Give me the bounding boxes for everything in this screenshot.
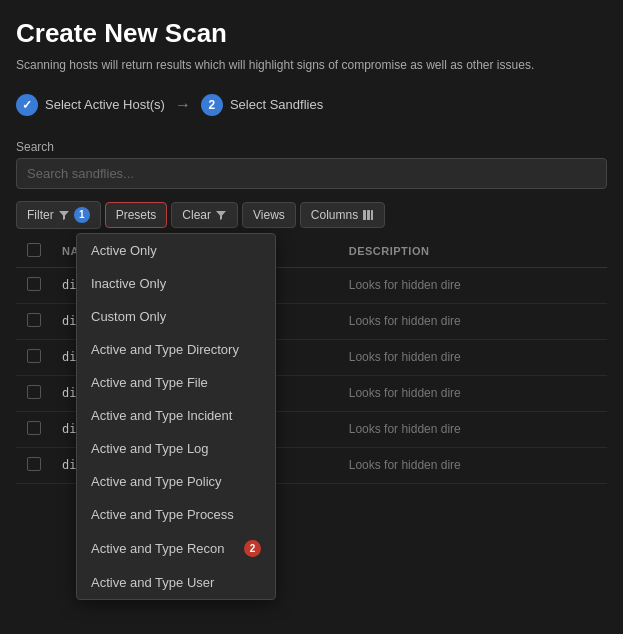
- row-checkbox[interactable]: [27, 457, 41, 471]
- page-title: Create New Scan: [16, 18, 607, 49]
- row-checkbox-cell: [16, 411, 52, 447]
- presets-button[interactable]: Presets: [105, 202, 168, 228]
- columns-button[interactable]: Columns: [300, 202, 385, 228]
- svg-rect-2: [371, 210, 373, 220]
- dropdown-item-label: Inactive Only: [91, 276, 166, 291]
- step-2-circle: 2: [201, 94, 223, 116]
- search-input[interactable]: [16, 158, 607, 189]
- presets-dropdown: Active Only Inactive Only Custom Only Ac…: [76, 233, 276, 600]
- dropdown-item-type-recon[interactable]: Active and Type Recon 2: [77, 531, 275, 566]
- step-1: ✓ Select Active Host(s): [16, 94, 165, 116]
- steps-row: ✓ Select Active Host(s) → 2 Select Sandf…: [16, 94, 607, 116]
- dropdown-item-label: Active and Type Process: [91, 507, 234, 522]
- dropdown-item-custom-only[interactable]: Custom Only: [77, 300, 275, 333]
- row-checkbox-cell: [16, 267, 52, 303]
- dropdown-item-type-process[interactable]: Active and Type Process: [77, 498, 275, 531]
- dropdown-item-type-user[interactable]: Active and Type User: [77, 566, 275, 599]
- dropdown-item-type-directory[interactable]: Active and Type Directory: [77, 333, 275, 366]
- clear-label: Clear: [182, 208, 211, 222]
- col-description: DESCRIPTION: [339, 235, 607, 268]
- row-checkbox-cell: [16, 447, 52, 483]
- clear-icon: [215, 209, 227, 221]
- row-checkbox-cell: [16, 375, 52, 411]
- search-label: Search: [16, 140, 607, 154]
- step-1-circle: ✓: [16, 94, 38, 116]
- dropdown-item-label: Active and Type Recon: [91, 541, 224, 556]
- filter-badge: 1: [74, 207, 90, 223]
- row-description: Looks for hidden dire: [339, 267, 607, 303]
- row-description: Looks for hidden dire: [339, 447, 607, 483]
- dropdown-item-type-log[interactable]: Active and Type Log: [77, 432, 275, 465]
- dropdown-item-label: Active and Type Directory: [91, 342, 239, 357]
- svg-rect-1: [367, 210, 370, 220]
- page-container: Create New Scan Scanning hosts will retu…: [0, 0, 623, 484]
- search-section: Search: [16, 140, 607, 189]
- row-checkbox[interactable]: [27, 349, 41, 363]
- dropdown-item-type-incident[interactable]: Active and Type Incident: [77, 399, 275, 432]
- step-2: 2 Select Sandflies: [201, 94, 323, 116]
- row-checkbox[interactable]: [27, 385, 41, 399]
- presets-label: Presets: [116, 208, 157, 222]
- col-checkbox: [16, 235, 52, 268]
- columns-icon: [362, 209, 374, 221]
- row-description: Looks for hidden dire: [339, 411, 607, 447]
- filter-icon: [58, 209, 70, 221]
- columns-label: Columns: [311, 208, 358, 222]
- page-subtitle: Scanning hosts will return results which…: [16, 57, 607, 74]
- row-checkbox[interactable]: [27, 421, 41, 435]
- row-checkbox[interactable]: [27, 313, 41, 327]
- dropdown-item-label: Active Only: [91, 243, 157, 258]
- row-checkbox[interactable]: [27, 277, 41, 291]
- select-all-checkbox[interactable]: [27, 243, 41, 257]
- row-description: Looks for hidden dire: [339, 303, 607, 339]
- toolbar: Filter 1 Presets Clear Views Columns Act: [16, 195, 607, 235]
- recon-badge: 2: [244, 540, 261, 557]
- dropdown-item-label: Active and Type Log: [91, 441, 209, 456]
- dropdown-item-label: Active and Type User: [91, 575, 214, 590]
- dropdown-item-label: Active and Type Policy: [91, 474, 222, 489]
- clear-button[interactable]: Clear: [171, 202, 238, 228]
- row-checkbox-cell: [16, 303, 52, 339]
- views-button[interactable]: Views: [242, 202, 296, 228]
- dropdown-item-type-file[interactable]: Active and Type File: [77, 366, 275, 399]
- row-description: Looks for hidden dire: [339, 339, 607, 375]
- dropdown-item-type-policy[interactable]: Active and Type Policy: [77, 465, 275, 498]
- filter-button[interactable]: Filter 1: [16, 201, 101, 229]
- filter-label: Filter: [27, 208, 54, 222]
- step-2-label: Select Sandflies: [230, 97, 323, 112]
- row-description: Looks for hidden dire: [339, 375, 607, 411]
- dropdown-item-label: Active and Type File: [91, 375, 208, 390]
- dropdown-item-label: Custom Only: [91, 309, 166, 324]
- views-label: Views: [253, 208, 285, 222]
- dropdown-item-label: Active and Type Incident: [91, 408, 232, 423]
- dropdown-item-inactive-only[interactable]: Inactive Only: [77, 267, 275, 300]
- row-checkbox-cell: [16, 339, 52, 375]
- svg-rect-0: [363, 210, 366, 220]
- step-1-label: Select Active Host(s): [45, 97, 165, 112]
- dropdown-item-active-only[interactable]: Active Only: [77, 234, 275, 267]
- step-arrow: →: [175, 96, 191, 114]
